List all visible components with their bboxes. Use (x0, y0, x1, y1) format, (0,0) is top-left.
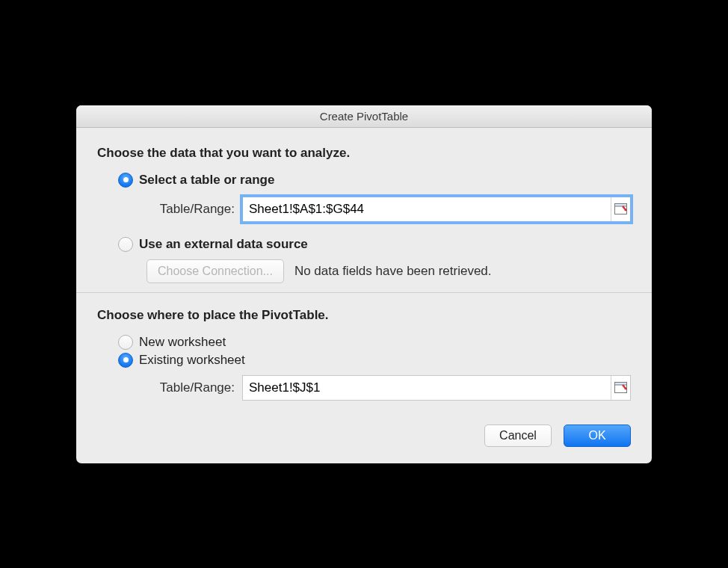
choose-data-heading: Choose the data that you want to analyze… (97, 146, 631, 161)
destination-range-row: Table/Range: (146, 375, 631, 401)
external-sub-row: Choose Connection... No data fields have… (146, 259, 631, 283)
dialog-footer: Cancel OK (97, 425, 631, 447)
divider (76, 292, 652, 293)
destination-range-label: Table/Range: (146, 380, 235, 395)
choose-connection-button: Choose Connection... (146, 259, 284, 283)
source-range-input[interactable] (243, 197, 611, 221)
cancel-button[interactable]: Cancel (484, 425, 552, 447)
option-new-worksheet-label: New worksheet (139, 335, 226, 350)
collapse-dialog-icon[interactable] (611, 197, 630, 221)
option-select-range-label: Select a table or range (139, 173, 274, 188)
svg-rect-4 (615, 383, 627, 386)
dialog-title-bar: Create PivotTable (76, 105, 652, 128)
radio-existing-worksheet[interactable] (118, 353, 133, 368)
placement-heading: Choose where to place the PivotTable. (97, 308, 631, 323)
radio-select-range[interactable] (118, 173, 133, 188)
source-range-field[interactable] (242, 197, 631, 222)
radio-external-source[interactable] (118, 237, 133, 252)
radio-new-worksheet[interactable] (118, 335, 133, 350)
source-range-label: Table/Range: (146, 202, 235, 217)
option-existing-worksheet-row[interactable]: Existing worksheet (118, 353, 631, 368)
destination-range-field[interactable] (242, 375, 631, 401)
collapse-dialog-icon[interactable] (611, 376, 630, 400)
option-select-range-row[interactable]: Select a table or range (118, 173, 631, 188)
option-existing-worksheet-label: Existing worksheet (139, 353, 245, 368)
dialog-content: Choose the data that you want to analyze… (76, 128, 652, 463)
external-status-text: No data fields have been retrieved. (294, 264, 492, 279)
create-pivottable-dialog: Create PivotTable Choose the data that y… (76, 105, 652, 463)
svg-rect-1 (615, 204, 627, 207)
source-range-row: Table/Range: (146, 197, 631, 222)
option-external-row[interactable]: Use an external data source (118, 237, 631, 252)
option-external-label: Use an external data source (139, 237, 308, 252)
destination-range-input[interactable] (243, 376, 611, 400)
ok-button[interactable]: OK (564, 425, 631, 447)
dialog-title: Create PivotTable (320, 110, 408, 123)
option-new-worksheet-row[interactable]: New worksheet (118, 335, 631, 350)
